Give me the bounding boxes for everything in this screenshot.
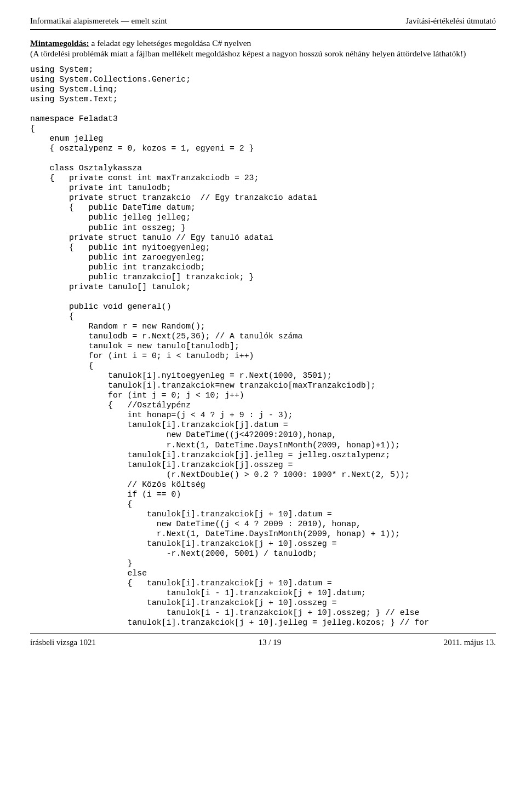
intro-rest1: a feladat egy lehetséges megoldása C# ny… [89,38,251,48]
page-footer: írásbeli vizsga 1021 13 / 19 2011. május… [30,638,496,647]
header-divider [30,29,496,30]
intro-paragraph: Mintamegoldás: a feladat egy lehetséges … [30,38,496,59]
footer-center: 13 / 19 [259,638,282,647]
header-left: Informatikai alapismeretek — emelt szint [30,16,167,26]
intro-line2: (A tördelési problémák miatt a fájlban m… [30,49,466,58]
footer-left: írásbeli vizsga 1021 [30,638,96,647]
intro-label: Mintamegoldás: [30,38,89,48]
header-right: Javítási-értékelési útmutató [405,16,496,26]
page-header: Informatikai alapismeretek — emelt szint… [30,16,496,26]
footer-right: 2011. május 13. [444,638,496,647]
footer-divider [30,633,496,634]
code-block: using System; using System.Collections.G… [30,65,496,628]
